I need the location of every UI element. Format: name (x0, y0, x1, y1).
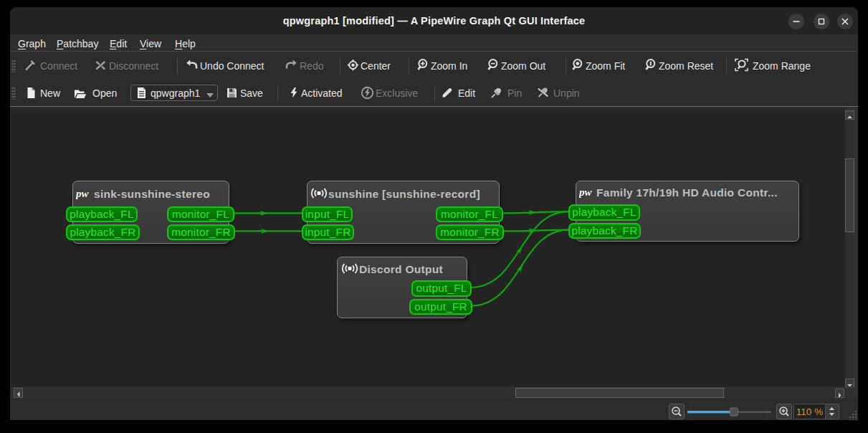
svg-text:pw: pw (76, 188, 90, 199)
svg-text:pw: pw (579, 186, 593, 198)
